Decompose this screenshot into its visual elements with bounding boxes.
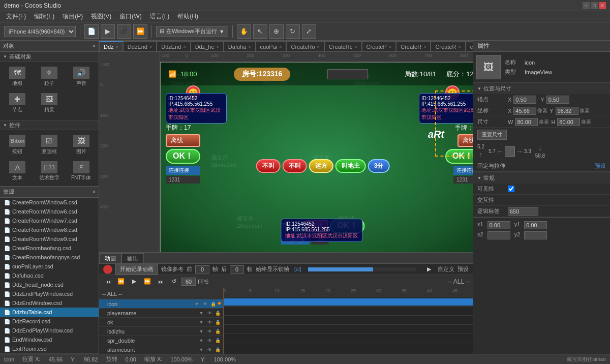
layer-lock-icon[interactable]: 🔒	[209, 300, 217, 308]
resource-item[interactable]: 📄 cuoPaiLayer.csd	[0, 262, 99, 271]
right-arrow[interactable]: →	[516, 147, 523, 156]
tab-ddzend2[interactable]: DdzEnd ×	[157, 41, 190, 51]
anim-tab-output[interactable]: 输出	[121, 253, 144, 263]
x2-input[interactable]	[487, 231, 510, 239]
call-btn-yun[interactable]: 运方	[309, 159, 333, 173]
layer-lock5-icon[interactable]: 🔒	[214, 337, 221, 344]
widget-fnt[interactable]: F FNT字体	[66, 159, 97, 184]
resource-item[interactable]: 📄 DdzEndPlayWindow.csd	[0, 289, 99, 298]
anim-next-btn[interactable]: ⏩	[142, 277, 153, 286]
layer-expand4-icon[interactable]: ▼	[198, 328, 205, 335]
tab-close-icon[interactable]: ×	[458, 44, 461, 49]
resource-item[interactable]: 📄 DdzRecord.csd	[0, 317, 99, 326]
layer-eye6-icon[interactable]: 👁	[206, 346, 213, 353]
tab-close-icon[interactable]: ×	[423, 44, 426, 49]
anim-timeline[interactable]: 0 5 10 15 20 25 30 35 40 45 50 55	[224, 288, 473, 364]
resource-item[interactable]: 📄 CreateRoomWindow5.csd	[0, 198, 99, 207]
tab-ddz[interactable]: Ddz ×	[99, 41, 123, 51]
anim-prev-btn[interactable]: ⏪	[115, 277, 127, 286]
maximize-btn[interactable]: □	[591, 2, 598, 9]
tab-close-icon[interactable]: ×	[149, 44, 152, 49]
layer-lock3-icon[interactable]: 🔒	[214, 319, 221, 326]
layer-eye5-icon[interactable]: 👁	[206, 337, 213, 344]
anim-tab-animation[interactable]: 动画	[99, 253, 121, 263]
resource-item[interactable]: 📄 EndWindow.csd	[0, 335, 99, 344]
connect-btn2[interactable]: 连接连接	[453, 166, 473, 175]
close-btn[interactable]: ✕	[599, 2, 606, 9]
menu-project[interactable]: 项目(P)	[58, 11, 87, 22]
menu-file[interactable]: 文件(F)	[2, 11, 30, 22]
anchor-x-input[interactable]	[513, 96, 536, 104]
resource-item[interactable]: 📄 ExitRoom.csd	[0, 344, 99, 353]
select-tool[interactable]: ↖	[253, 24, 267, 39]
menu-help[interactable]: 帮助(H)	[173, 11, 202, 22]
tab-dafuha[interactable]: Dafuha ×	[224, 41, 256, 51]
layer-expand6-icon[interactable]: ▼	[198, 346, 205, 353]
tab-cuopai[interactable]: cuoPai ×	[256, 41, 287, 51]
anim-begin-btn[interactable]: ⏮	[102, 277, 113, 286]
widget-particle[interactable]: ⚛ 粒子	[34, 64, 65, 89]
widget-button[interactable]: Biton 按钮	[2, 132, 33, 158]
bottom-arrow[interactable]: ↓	[538, 144, 542, 152]
pos-y-input[interactable]	[556, 107, 578, 115]
widget-node[interactable]: ✚ 节点	[2, 90, 33, 116]
call-btn-landlord[interactable]: 叫地主	[336, 159, 366, 173]
play-btn[interactable]: ▶	[101, 24, 115, 39]
tag-input[interactable]	[508, 207, 538, 216]
layer-lock6-icon[interactable]: 🔒	[214, 346, 221, 353]
tab-creater1[interactable]: CreateR ×	[396, 41, 431, 51]
anim-end-btn[interactable]: ⏭	[155, 277, 166, 286]
widget-sound[interactable]: 🔊 声音	[66, 64, 97, 89]
y1-input[interactable]	[524, 221, 547, 229]
resource-item[interactable]: 📄 Ddz_head_node.csd	[0, 280, 99, 289]
pos-x-input[interactable]	[513, 107, 536, 115]
layer-expand5-icon[interactable]: ▼	[198, 337, 205, 344]
widget-map[interactable]: 🗺 地图	[2, 64, 33, 89]
widget-text[interactable]: A 文本	[2, 159, 33, 184]
resource-panel-close[interactable]: ×	[93, 189, 96, 195]
layer-icon[interactable]: icon ▼ 👁 🔒 ◆	[99, 299, 223, 309]
resource-item[interactable]: 📄 CreateRoomWindow9.csd	[0, 234, 99, 244]
connect-btn[interactable]: 连接连接	[166, 166, 200, 175]
tab-close-icon[interactable]: ×	[248, 44, 251, 49]
tab-close-icon[interactable]: ×	[317, 44, 320, 49]
record-start-btn[interactable]: 开始记录动画	[115, 264, 158, 275]
layer-playername[interactable]: playername ▼ 👁 🔒	[99, 309, 223, 318]
menu-edit[interactable]: 编辑(E)	[30, 11, 58, 22]
tab-createp[interactable]: CreateP ×	[362, 41, 396, 51]
resource-item[interactable]: 📄 CreateRoomWindow8.csd	[0, 225, 99, 234]
tab-close-icon[interactable]: ×	[217, 44, 219, 49]
hand-tool[interactable]: ✋	[237, 24, 251, 39]
layer-eye4-icon[interactable]: 👁	[206, 328, 213, 335]
layer-expand3-icon[interactable]: ▼	[198, 319, 205, 326]
general-section-header[interactable]: 常规	[473, 172, 610, 184]
tab-close-icon[interactable]: ×	[354, 44, 357, 49]
layer-spr-double[interactable]: spr_double ▼ 👁 🔒	[99, 336, 223, 345]
stretch-btn[interactable]: 预设	[595, 162, 606, 170]
anchor-y-input[interactable]	[546, 96, 569, 104]
tab-createro[interactable]: CreateRo ×	[286, 41, 324, 51]
x1-input[interactable]	[487, 221, 510, 229]
y2-input[interactable]	[524, 231, 547, 239]
left-arrow[interactable]: ←	[497, 147, 504, 156]
menu-lang[interactable]: 语言(L)	[146, 11, 174, 22]
layer-expand-icon[interactable]: ▼	[193, 300, 200, 308]
move-tool[interactable]: ⊕	[269, 24, 284, 39]
tab-creater2[interactable]: CreateR ×	[431, 41, 465, 51]
reset-size-btn[interactable]: 重置尺寸	[477, 130, 507, 140]
layer-lock4-icon[interactable]: 🔒	[214, 328, 221, 335]
resource-item[interactable]: 📄 CreateRoomWindow7.csd	[0, 216, 99, 225]
visible-checkbox[interactable]	[508, 186, 514, 192]
anim-loop-btn[interactable]: ↺	[168, 277, 179, 286]
room-input[interactable]	[327, 69, 368, 79]
widget-image[interactable]: 🖼 图片	[66, 132, 97, 158]
layer-expand2-icon[interactable]: ▼	[198, 310, 205, 317]
layer-alarmcount[interactable]: alarmcount ▼ 👁 🔒	[99, 345, 223, 354]
position-section-header[interactable]: 位置与尺寸	[473, 83, 610, 94]
new-btn[interactable]: 📄	[84, 24, 99, 39]
tab-createrc[interactable]: CreateRc ×	[324, 41, 362, 51]
top-arrow[interactable]: ↑	[479, 150, 482, 159]
front-value-input[interactable]	[195, 265, 209, 274]
tab-ddzend1[interactable]: DdzEnd ×	[123, 41, 157, 51]
platform-run-btn[interactable]: ⊞ 在Windows平台运行 ▼	[156, 26, 228, 37]
